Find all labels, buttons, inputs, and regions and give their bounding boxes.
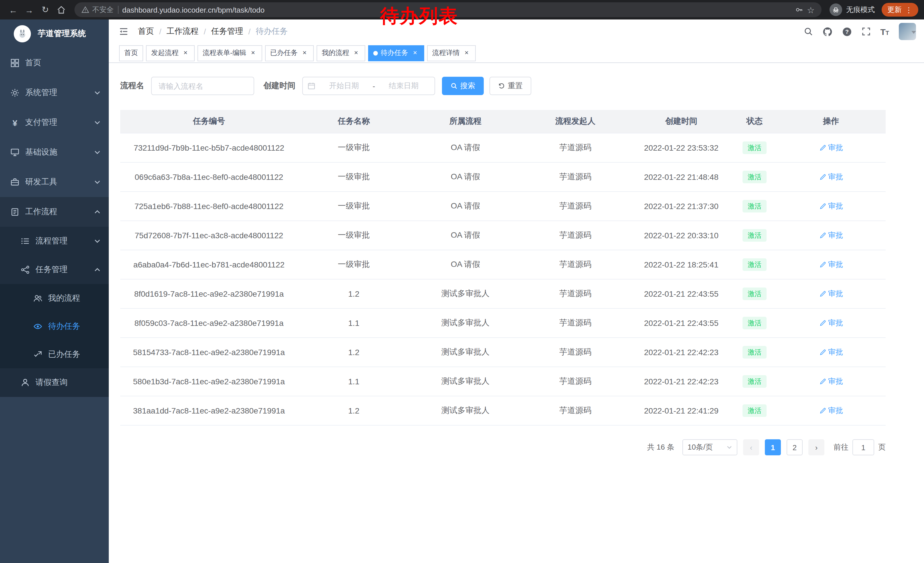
approve-link[interactable]: 审批 xyxy=(819,347,843,357)
edit-icon xyxy=(819,174,826,180)
browser-menu-icon[interactable]: ⋮ xyxy=(905,6,912,14)
approve-link[interactable]: 审批 xyxy=(819,230,843,240)
update-button[interactable]: 更新 ⋮ xyxy=(882,3,918,17)
search-button[interactable]: 搜索 xyxy=(442,77,484,95)
sidebar-item-label: 支付管理 xyxy=(25,117,57,128)
cell-process: 测试多审批人 xyxy=(410,338,521,367)
tab-done-tasks[interactable]: 已办任务× xyxy=(265,45,314,61)
goto-label: 前往 xyxy=(834,442,848,452)
breadcrumb-separator: / xyxy=(249,27,251,36)
close-icon[interactable]: × xyxy=(352,49,360,57)
sidebar-item-system[interactable]: 系统管理 xyxy=(0,78,109,108)
bookmark-star-icon[interactable]: ☆ xyxy=(807,6,814,14)
cell-task-id: 8f059c03-7ac8-11ec-a9e2-a2380e71991a xyxy=(120,308,298,338)
page-size-select[interactable]: 10条/页 xyxy=(682,439,737,455)
sidebar-item-workflow[interactable]: 工作流程 xyxy=(0,197,109,227)
app-logo[interactable]: 芋道管理系统 xyxy=(0,20,109,48)
close-icon[interactable]: × xyxy=(411,49,419,57)
sidebar-item-label: 研发工具 xyxy=(25,177,57,187)
sidebar-item-done-tasks[interactable]: 已办任务 xyxy=(0,340,109,368)
breadcrumb-separator: / xyxy=(159,27,162,36)
tab-my-processes[interactable]: 我的流程× xyxy=(316,45,365,61)
cell-create-time: 2022-01-21 22:43:55 xyxy=(630,308,733,338)
reset-button[interactable]: 重置 xyxy=(489,77,531,95)
tab-process-detail[interactable]: 流程详情× xyxy=(427,45,476,61)
app: 芋道管理系统 首页 系统管理 ¥ 支付管理 基础设施 xyxy=(0,20,924,563)
approve-link[interactable]: 审批 xyxy=(819,172,843,182)
total-count: 共 16 条 xyxy=(647,442,674,452)
tab-home[interactable]: 首页 xyxy=(119,45,143,61)
sidebar-item-infrastructure[interactable]: 基础设施 xyxy=(0,137,109,167)
annotation-overlay: 待办列表 xyxy=(380,3,458,29)
cell-process: OA 请假 xyxy=(410,162,521,192)
process-name-input[interactable] xyxy=(151,77,254,95)
table-row: 8f0d1619-7ac8-11ec-a9e2-a2380e71991a1.2测… xyxy=(120,279,886,308)
prev-page-button[interactable]: ‹ xyxy=(743,439,759,455)
approve-link[interactable]: 审批 xyxy=(819,289,843,299)
cell-task-id: 580e1b3d-7ac8-11ec-a9e2-a2380e71991a xyxy=(120,367,298,396)
approve-link[interactable]: 审批 xyxy=(819,318,843,328)
breadcrumb-home[interactable]: 首页 xyxy=(138,26,154,37)
security-badge[interactable]: 不安全 xyxy=(81,5,114,15)
fullscreen-icon[interactable] xyxy=(861,27,870,36)
cell-task-id: 58154733-7ac8-11ec-a9e2-a2380e71991a xyxy=(120,338,298,367)
font-size-icon[interactable]: TT xyxy=(880,27,889,36)
reset-button-label: 重置 xyxy=(508,81,523,91)
next-page-button[interactable]: › xyxy=(808,439,824,455)
breadcrumb-workflow[interactable]: 工作流程 xyxy=(166,26,199,37)
sidebar-item-home[interactable]: 首页 xyxy=(0,48,109,78)
goto-page-input[interactable] xyxy=(852,439,874,455)
sidebar-item-todo-tasks[interactable]: 待办任务 xyxy=(0,312,109,340)
navbar-tools: ? TT xyxy=(804,23,916,40)
approve-link[interactable]: 审批 xyxy=(819,260,843,270)
home-button[interactable] xyxy=(54,2,69,17)
status-badge: 激活 xyxy=(742,141,766,154)
branch-icon xyxy=(21,265,30,274)
update-label: 更新 xyxy=(887,5,902,15)
tab-todo-tasks[interactable]: 待办任务× xyxy=(368,45,424,61)
approve-link[interactable]: 审批 xyxy=(819,143,843,153)
close-icon[interactable]: × xyxy=(300,49,309,57)
approve-link[interactable]: 审批 xyxy=(819,405,843,416)
github-icon[interactable] xyxy=(822,27,832,36)
page-button-1[interactable]: 1 xyxy=(765,439,781,455)
breadcrumb-task-management[interactable]: 任务管理 xyxy=(211,26,243,37)
edit-icon xyxy=(819,349,826,356)
help-icon[interactable]: ? xyxy=(842,27,852,36)
page-button-2[interactable]: 2 xyxy=(787,439,802,455)
tab-form-edit[interactable]: 流程表单-编辑× xyxy=(198,45,262,61)
search-icon[interactable] xyxy=(804,27,813,36)
sidebar-toggle[interactable] xyxy=(117,25,130,38)
approve-link[interactable]: 审批 xyxy=(819,201,843,211)
close-icon[interactable]: × xyxy=(182,49,189,57)
cell-initiator: 芋道源码 xyxy=(521,367,630,396)
sidebar-item-label: 任务管理 xyxy=(36,264,68,275)
sidebar-item-dev-tools[interactable]: 研发工具 xyxy=(0,167,109,197)
close-icon[interactable]: × xyxy=(249,49,257,57)
sidebar-item-task-management[interactable]: 任务管理 xyxy=(0,255,109,284)
back-button[interactable]: ← xyxy=(6,2,21,17)
page-content: 流程名 创建时间 开始日期 - 结束日期 搜索 xyxy=(109,63,924,473)
approve-link[interactable]: 审批 xyxy=(819,376,843,387)
reload-button[interactable]: ↻ xyxy=(38,2,52,17)
password-key-icon[interactable] xyxy=(795,6,803,14)
incognito-icon xyxy=(830,3,842,16)
cell-process: OA 请假 xyxy=(410,221,521,250)
cell-create-time: 2022-01-22 23:53:32 xyxy=(630,133,733,162)
cell-action: 审批 xyxy=(776,133,886,162)
forward-button[interactable]: → xyxy=(22,2,37,17)
sidebar-item-my-processes[interactable]: 我的流程 xyxy=(0,284,109,312)
edit-icon xyxy=(819,203,826,210)
cell-status: 激活 xyxy=(733,250,776,279)
tab-start-process[interactable]: 发起流程× xyxy=(146,45,195,61)
gear-icon xyxy=(10,88,20,98)
sidebar-item-payment[interactable]: ¥ 支付管理 xyxy=(0,108,109,137)
page: 待办列表 ← → ↻ 不安全 dashboard.yudao.iocoder.c… xyxy=(0,0,924,563)
date-range-input[interactable]: 开始日期 - 结束日期 xyxy=(302,77,435,95)
start-date-placeholder: 开始日期 xyxy=(318,81,370,91)
sidebar-item-process-management[interactable]: 流程管理 xyxy=(0,227,109,255)
cell-initiator: 芋道源码 xyxy=(521,279,630,308)
edit-icon xyxy=(819,232,826,239)
sidebar-item-leave-query[interactable]: 请假查询 xyxy=(0,368,109,397)
close-icon[interactable]: × xyxy=(463,49,471,57)
